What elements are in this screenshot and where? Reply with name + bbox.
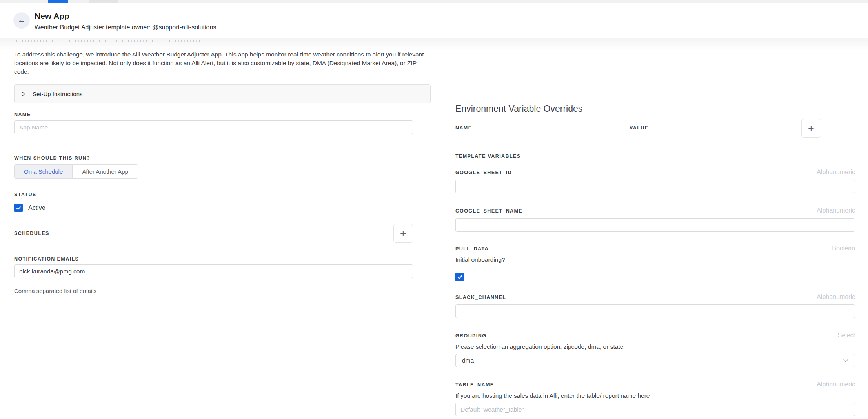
grouping-selected-value: dma xyxy=(462,357,474,364)
variable-header: GOOGLE_SHEET_NAME Alphanumeric xyxy=(455,207,855,214)
status-field-label: STATUS xyxy=(14,192,431,197)
variable-name-label: GOOGLE_SHEET_NAME xyxy=(455,208,522,214)
page-title: New App xyxy=(35,11,69,21)
run-option-on-a-schedule[interactable]: On a Schedule xyxy=(15,165,72,178)
variable-name-label: SLACK_CHANNEL xyxy=(455,295,506,300)
env-columns-header: NAME VALUE + xyxy=(455,118,855,138)
page-header: ← New App Weather Budget Adjuster templa… xyxy=(0,3,868,38)
variable-type-hint: Alphanumeric xyxy=(817,293,855,301)
back-button[interactable]: ← xyxy=(13,12,30,29)
chevron-right-icon xyxy=(21,91,26,97)
run-field-label: WHEN SHOULD THIS RUN? xyxy=(14,155,431,161)
add-env-variable-button[interactable]: + xyxy=(801,119,821,138)
name-field-label: NAME xyxy=(14,112,431,117)
env-overrides-heading: Environment Variable Overrides xyxy=(455,103,855,115)
google-sheet-name-input[interactable] xyxy=(455,218,855,232)
table-name-input[interactable] xyxy=(455,403,855,416)
intro-paragraph: To address this challenge, we introduce … xyxy=(14,50,430,76)
variable-header: GOOGLE_SHEET_ID Alphanumeric xyxy=(455,169,855,176)
app-name-input[interactable] xyxy=(14,120,413,134)
plus-icon: + xyxy=(400,228,406,239)
pull-data-checkbox[interactable] xyxy=(455,273,464,281)
setup-instructions-accordion[interactable]: Set-Up Instructions xyxy=(14,84,431,103)
variable-name-label: PULL_DATA xyxy=(455,246,489,251)
variable-type-hint: Alphanumeric xyxy=(817,381,855,388)
env-overrides-column: Environment Variable Overrides NAME VALU… xyxy=(455,103,855,416)
active-checkbox-label: Active xyxy=(28,204,45,211)
slack-channel-input[interactable] xyxy=(455,304,855,318)
google-sheet-id-input[interactable] xyxy=(455,180,855,193)
variable-name-label: GOOGLE_SHEET_ID xyxy=(455,170,512,175)
grouping-select[interactable]: dma xyxy=(455,354,855,367)
env-col-name-header: NAME xyxy=(455,125,472,131)
schedules-label: SCHEDULES xyxy=(14,231,49,236)
variable-name-label: GROUPING xyxy=(455,333,486,339)
grouping-description: Please selection an aggregation option: … xyxy=(455,343,855,350)
plus-icon: + xyxy=(808,123,814,134)
add-schedule-button[interactable]: + xyxy=(393,224,413,243)
variable-header: PULL_DATA Boolean xyxy=(455,245,855,252)
back-arrow-icon: ← xyxy=(18,16,25,24)
active-checkbox[interactable] xyxy=(14,204,23,212)
clipped-text-remnant xyxy=(16,40,201,42)
notification-emails-label: NOTIFICATION EMAILS xyxy=(14,256,431,262)
app-config-column: To address this challenge, we introduce … xyxy=(14,47,431,294)
run-option-after-another-app[interactable]: After Another App xyxy=(72,165,138,178)
active-tab-indicator xyxy=(48,0,68,3)
page-subtitle: Weather Budget Adjuster template owner: … xyxy=(35,24,216,31)
variable-type-hint: Alphanumeric xyxy=(817,207,855,214)
table-name-description: If you are hosting the sales data in All… xyxy=(455,392,855,399)
top-edge-strip xyxy=(0,0,868,3)
chevron-down-icon xyxy=(843,357,848,364)
variable-header: GROUPING Select xyxy=(455,332,855,339)
run-mode-segmented-control: On a Schedule After Another App xyxy=(14,164,138,179)
variable-name-label: TABLE_NAME xyxy=(455,382,494,388)
variable-type-hint: Select xyxy=(838,332,855,339)
pull-data-description: Initial onboarding? xyxy=(455,256,855,263)
variable-type-hint: Boolean xyxy=(832,245,855,252)
setup-instructions-label: Set-Up Instructions xyxy=(33,91,83,97)
template-variables-label: TEMPLATE VARIABLES xyxy=(455,153,855,159)
scrollbar-thumb[interactable] xyxy=(89,0,118,3)
variable-header: TABLE_NAME Alphanumeric xyxy=(455,381,855,388)
variable-header: SLACK_CHANNEL Alphanumeric xyxy=(455,293,855,301)
emails-helper-text: Comma separated list of emails xyxy=(14,288,431,294)
notification-emails-input[interactable] xyxy=(14,264,413,278)
variable-type-hint: Alphanumeric xyxy=(817,169,855,176)
env-col-value-header: VALUE xyxy=(630,125,648,131)
